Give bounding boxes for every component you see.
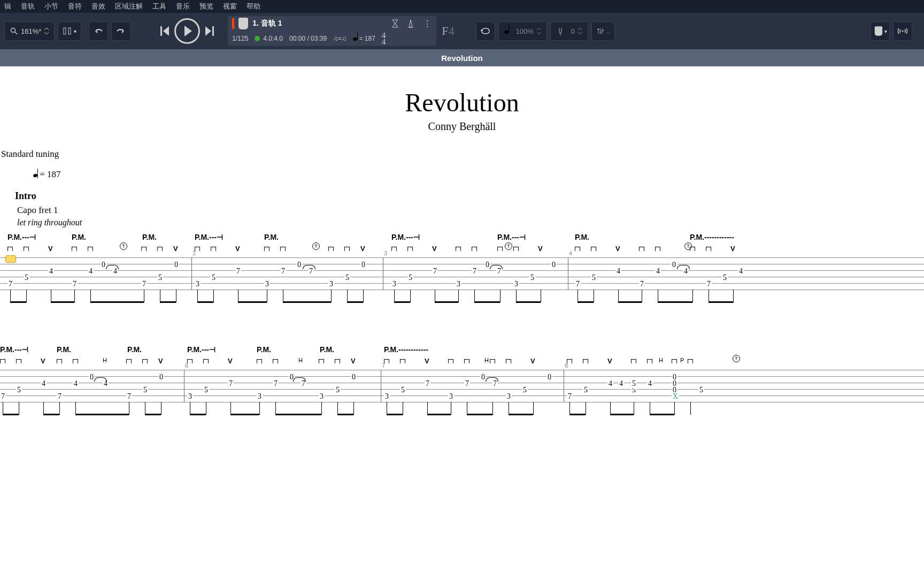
track-name[interactable]: 1. 音轨 1	[252, 19, 282, 28]
tab-note[interactable]: 7	[126, 392, 132, 401]
tab-note[interactable]: 7	[57, 392, 63, 401]
tab-note[interactable]: 5	[522, 386, 528, 394]
next-button[interactable]	[203, 25, 215, 37]
tab-note[interactable]: 5	[335, 386, 341, 394]
tab-note[interactable]: 7	[639, 280, 645, 288]
tab-note[interactable]: 7	[0, 392, 6, 401]
menu-item[interactable]: 辑	[4, 2, 11, 11]
layout-button[interactable]: ▾	[58, 21, 81, 41]
tab-note[interactable]: 7	[273, 379, 279, 388]
undo-button[interactable]	[89, 21, 108, 41]
tab-note[interactable]: 3	[456, 280, 461, 288]
tab-note[interactable]: 3	[328, 280, 334, 288]
tab-system-2[interactable]: P.M.---⊣P.M.P.M.P.M.---⊣P.M.P.M.P.M.----…	[0, 345, 924, 436]
tab-note[interactable]: 3	[448, 392, 454, 401]
tab-note[interactable]: 0	[173, 261, 179, 269]
speed-control[interactable]: 100%	[498, 21, 547, 41]
tab-note[interactable]: 4	[607, 379, 613, 388]
tab-note[interactable]: 7	[464, 379, 470, 388]
tab-note[interactable]: 7	[141, 280, 147, 288]
tab-note[interactable]: 5	[142, 386, 148, 394]
tab-note[interactable]: 5	[529, 273, 535, 282]
tab-note[interactable]: 7	[472, 267, 478, 276]
menu-item[interactable]: 工具	[152, 2, 166, 11]
edit-cursor[interactable]	[5, 255, 16, 263]
tab-note[interactable]: 7	[72, 280, 78, 288]
hammer-on-label: H	[103, 357, 107, 363]
eq-button[interactable]	[591, 21, 615, 41]
more-icon[interactable]: ⋮	[423, 19, 432, 29]
tab-note[interactable]: 7	[235, 267, 241, 276]
tab-note[interactable]: 3	[264, 280, 270, 288]
tab-note[interactable]: 5	[722, 273, 728, 282]
tab-note[interactable]: 5	[203, 386, 209, 394]
tab-note[interactable]: 4	[618, 379, 624, 388]
tab-note[interactable]: 0	[551, 261, 557, 269]
tab-note[interactable]: 0	[296, 261, 302, 269]
tab-note[interactable]: 0	[351, 373, 357, 382]
tab-note[interactable]: 3	[391, 280, 397, 288]
tab-note[interactable]: 5	[631, 379, 637, 388]
tab-note[interactable]: 3	[319, 392, 325, 401]
loop-button[interactable]	[476, 21, 495, 41]
tab-note[interactable]: 0	[158, 373, 164, 382]
menu-item[interactable]: 音效	[91, 2, 105, 11]
tab-note[interactable]: 4	[738, 267, 744, 276]
menu-item[interactable]: 预览	[199, 2, 213, 11]
tab-system-1[interactable]: P.M.---⊣P.M.P.M.P.M.---⊣P.M.P.M.---⊣P.M.…	[0, 233, 924, 324]
tab-note[interactable]: 4	[647, 379, 653, 388]
tab-note[interactable]: 5	[407, 273, 413, 282]
tab-note[interactable]: 4	[615, 267, 621, 276]
prev-button[interactable]	[159, 25, 171, 37]
note-stem	[610, 402, 611, 415]
transpose-control[interactable]: 0	[550, 21, 588, 41]
play-button[interactable]	[174, 18, 200, 44]
tab-note[interactable]: 4	[88, 267, 94, 276]
tab-note[interactable]: X	[672, 392, 679, 401]
menu-item[interactable]: 音轨	[21, 2, 35, 11]
tab-note[interactable]: 5	[211, 273, 217, 282]
tab-note[interactable]: 3	[384, 392, 390, 401]
tab-note[interactable]: 0	[546, 373, 552, 382]
fretboard-button[interactable]: ▾	[871, 21, 890, 41]
tab-note[interactable]: 7	[280, 267, 286, 276]
tab-note[interactable]: 0	[671, 261, 677, 269]
tab-note[interactable]: 5	[344, 273, 350, 282]
tab-note[interactable]: 3	[187, 392, 193, 401]
tab-note[interactable]: 5	[698, 386, 704, 394]
menu-item[interactable]: 帮助	[247, 2, 260, 11]
tab-note[interactable]: 4	[48, 267, 54, 276]
hourglass-icon[interactable]	[392, 19, 398, 28]
tab-note[interactable]: 5	[583, 386, 589, 394]
tab-note[interactable]: 4	[73, 379, 79, 388]
tab-note[interactable]: 5	[24, 273, 29, 282]
tab-note[interactable]: 5	[400, 386, 406, 394]
tab-note[interactable]: 4	[41, 379, 47, 388]
tab-note[interactable]: 5	[591, 273, 597, 282]
line-in-button[interactable]	[893, 21, 912, 41]
tab-note[interactable]: 7	[7, 280, 13, 288]
tab-note[interactable]: 7	[575, 280, 581, 288]
tab-note[interactable]: 7	[425, 379, 430, 388]
menu-item[interactable]: 音符	[68, 2, 82, 11]
tab-note[interactable]: 7	[706, 280, 712, 288]
menu-item[interactable]: 小节	[44, 2, 58, 11]
tab-note[interactable]: 7	[567, 392, 573, 401]
tab-note[interactable]: 4	[655, 267, 661, 276]
tab-note[interactable]: 7	[228, 379, 234, 388]
tab-note[interactable]: 3	[257, 392, 263, 401]
menu-item[interactable]: 区域注解	[115, 2, 143, 11]
tab-note[interactable]: 5	[16, 386, 22, 394]
tab-note[interactable]: 3	[513, 280, 519, 288]
menu-item[interactable]: 视窗	[223, 2, 237, 11]
tab-note[interactable]: 7	[432, 267, 438, 276]
tab-note[interactable]: 3	[195, 280, 201, 288]
tab-note[interactable]: 5	[157, 273, 163, 282]
upstroke-icon	[360, 245, 365, 253]
tab-note[interactable]: 3	[506, 392, 512, 401]
redo-button[interactable]	[111, 21, 130, 41]
metronome-icon[interactable]	[407, 19, 414, 28]
zoom-control[interactable]: 161%*	[4, 21, 55, 41]
tab-note[interactable]: 0	[360, 261, 366, 269]
menu-item[interactable]: 音乐	[176, 2, 190, 11]
